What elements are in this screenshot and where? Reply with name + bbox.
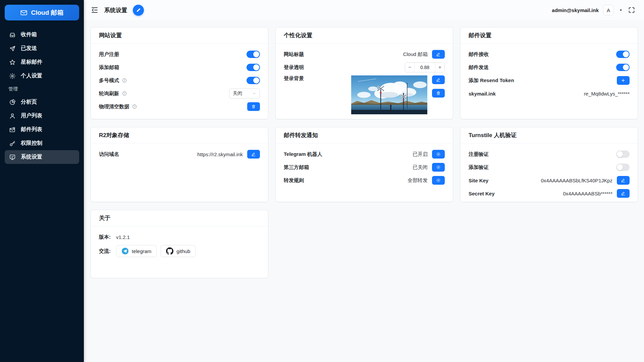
telegram-bot-settings-button[interactable] [432,150,445,159]
edit-pencil-icon [621,191,626,196]
sidebar-item-permissions[interactable]: 权限控制 [5,136,79,150]
app-logo-button[interactable]: Cloud 邮箱 [5,5,79,20]
info-icon[interactable] [132,104,137,109]
sidebar-item-sent[interactable]: 已发送 [5,42,79,55]
card-title: 个性化设置 [276,27,453,44]
main-area: 系统设置 admin@skymail.ink A 网站设置 用户注册 添加邮箱 … [84,0,644,362]
row-label-resend-token-skymail: skymail.ink [469,91,496,97]
mail-receive-toggle[interactable] [616,51,630,58]
card-title: 邮件设置 [461,27,638,44]
user-register-toggle[interactable] [247,51,260,58]
row-label-purge-data: 物理清空数据 [99,104,137,110]
site-title-edit-button[interactable] [432,50,445,59]
toggle-knob [617,164,623,170]
trash-icon [251,104,256,109]
github-link-button[interactable]: github [161,245,196,257]
setting-row-add-resend-token: 添加 Resend Token [469,75,630,85]
sidebar-item-user-list[interactable]: 用户列表 [5,109,79,123]
mail-icon [20,9,28,16]
row-label-add-mailbox: 添加邮箱 [99,64,119,71]
select-value: 关闭 [233,90,242,97]
info-icon[interactable] [122,78,127,83]
setting-row-purge-data: 物理清空数据 [99,102,260,112]
menu-fold-icon[interactable] [91,6,99,14]
row-label-forward-rule: 转发规则 [284,177,304,184]
row-label-add-resend-token: 添加 Resend Token [469,77,514,84]
sidebar-nav: 收件箱 已发送 星标邮件 个人设置 管理 分析页 用户列表 邮件列表 [0,24,84,167]
gear-icon [9,73,16,79]
toggle-knob [253,51,259,57]
row-label-third-party-mailbox: 第三方邮箱 [284,164,309,171]
sidebar-item-starred[interactable]: 星标邮件 [5,55,79,69]
settings-grid: 网站设置 用户注册 添加邮箱 多号模式 轮询刷新 关闭 物理清空数据 [91,27,638,278]
secret-key-edit-button[interactable] [617,189,630,198]
polling-refresh-select[interactable]: 关闭 [229,88,260,99]
version-value: v1.2.1 [116,234,130,240]
inbox-icon [9,32,16,38]
sidebar-item-system-settings[interactable]: 系统设置 [5,150,79,164]
sidebar-item-personal-settings[interactable]: 个人设置 [5,69,79,83]
login-background-delete-button[interactable] [432,89,445,98]
row-label-login-opacity: 登录透明 [284,64,304,71]
third-party-mailbox-settings-button[interactable] [432,163,445,172]
setting-row-forward-rule: 转发规则 全部转发 [284,175,445,185]
login-background-edit-button[interactable] [432,75,445,84]
page-title: 系统设置 [104,6,127,14]
add-captcha-toggle[interactable] [616,164,630,171]
multi-account-mode-toggle[interactable] [247,77,260,84]
card-body: 用户注册 添加邮箱 多号模式 轮询刷新 关闭 物理清空数据 [91,44,268,112]
login-opacity-stepper: − 0.88 + [405,62,445,72]
resend-token-skymail-value: re_Mq8dwLys_****** [584,91,630,97]
access-domain-edit-button[interactable] [247,150,260,159]
toggle-knob [253,64,259,70]
gear-icon [436,178,441,183]
register-captcha-toggle[interactable] [616,150,630,158]
login-opacity-decrement-button[interactable]: − [405,63,414,72]
page-edit-button[interactable] [133,5,144,16]
info-icon[interactable] [122,91,127,96]
sidebar-item-mail-list[interactable]: 邮件列表 [5,123,79,136]
card-title: 关于 [91,210,268,226]
login-background-thumbnail[interactable] [351,75,427,114]
sidebar-item-label: 分析页 [21,99,37,106]
setting-row-telegram-bot: Telegram 机器人 已开启 [284,149,445,159]
setting-row-polling-refresh: 轮询刷新 关闭 [99,88,260,99]
row-label-login-background: 登录背景 [284,75,304,82]
login-opacity-value[interactable]: 0.88 [414,63,435,72]
card-body: 版本: v1.2.1 交流: telegram github [91,226,268,257]
row-label-telegram-bot: Telegram 机器人 [284,151,322,158]
gear-icon [436,152,441,157]
setting-row-user-register: 用户注册 [99,49,260,59]
add-resend-token-button[interactable] [617,76,630,85]
sidebar-section-label: 管理 [5,83,79,95]
setting-row-resend-token-skymail: skymail.ink re_Mq8dwLys_****** [469,88,630,99]
forward-rule-settings-button[interactable] [432,176,445,185]
setting-row-secret-key: Secret Key 0x4AAAAAABSb****** [469,188,630,198]
card-site-settings: 网站设置 用户注册 添加邮箱 多号模式 轮询刷新 关闭 物理清空数据 [91,27,268,119]
sidebar-item-analytics[interactable]: 分析页 [5,95,79,109]
user-icon [9,113,16,119]
send-icon [9,45,16,52]
purge-data-button[interactable] [247,102,260,111]
login-opacity-increment-button[interactable]: + [435,63,444,72]
add-mailbox-toggle[interactable] [247,64,260,71]
github-icon [166,247,173,255]
setting-row-version: 版本: v1.2.1 [99,232,260,242]
site-key-edit-button[interactable] [617,176,630,185]
sidebar-item-label: 个人设置 [21,72,42,79]
link-label: telegram [132,248,151,254]
caret-down-icon[interactable] [618,7,624,13]
card-body: Telegram 机器人 已开启 第三方邮箱 已关闭 转发规则 全部转发 [276,143,453,185]
setting-row-mail-receive: 邮件接收 [469,49,630,59]
toggle-knob [617,151,623,157]
sidebar-item-inbox[interactable]: 收件箱 [5,28,79,42]
sidebar-item-label: 已发送 [21,45,37,52]
login-background-preview-wrap [351,75,445,114]
mail-send-toggle[interactable] [616,64,630,71]
card-body: 网站标题 Cloud 邮箱 登录透明 − 0.88 + 登录背景 [276,44,453,114]
row-label-community: 交流: [99,248,111,254]
telegram-link-button[interactable]: telegram [116,245,157,257]
avatar[interactable]: A [603,5,614,15]
fullscreen-icon[interactable] [628,6,635,14]
sidebar-item-label: 系统设置 [21,154,42,161]
